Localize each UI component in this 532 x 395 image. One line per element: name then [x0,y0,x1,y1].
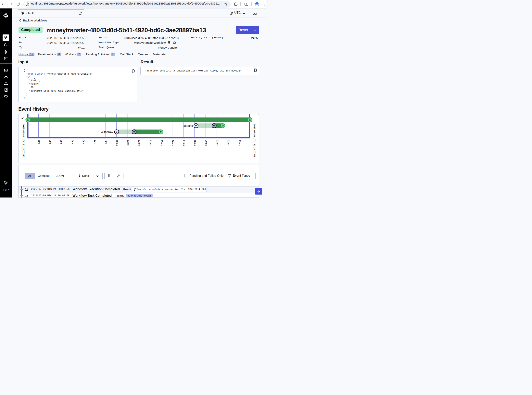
svg-text:7ms: 7ms [93,140,96,144]
svg-text:17ms: 17ms [182,140,185,146]
svg-text:3ms: 3ms [60,140,63,144]
svg-text:16ms: 16ms [171,140,174,146]
svg-text:8ms: 8ms [104,140,107,144]
svg-text:23ms: 23ms [238,140,241,146]
svg-text:1ms: 1ms [38,140,40,144]
svg-text:15ms: 15ms [160,140,163,146]
svg-text:2ms: 2ms [49,140,52,144]
svg-text:11ms: 11ms [127,140,130,146]
svg-text:5ms: 5ms [71,140,74,144]
svg-text:6ms: 6ms [82,140,85,144]
svg-text:18ms: 18ms [193,140,196,146]
svg-text:12ms: 12ms [138,140,141,146]
svg-text:2025-07-06 UTC 21:29:07.55: 2025-07-06 UTC 21:29:07.55 [22,124,25,157]
svg-text:22ms: 22ms [227,140,230,146]
svg-text:Deposit: Deposit [183,124,193,127]
svg-text:21ms: 21ms [216,140,219,146]
svg-text:20ms: 20ms [205,140,208,146]
svg-text:Withdraw: Withdraw [101,130,113,133]
svg-text:10ms: 10ms [115,140,118,146]
svg-text:13ms: 13ms [149,140,152,146]
svg-text:2025-07-06 UTC 21:29:07.58: 2025-07-06 UTC 21:29:07.58 [253,124,256,157]
